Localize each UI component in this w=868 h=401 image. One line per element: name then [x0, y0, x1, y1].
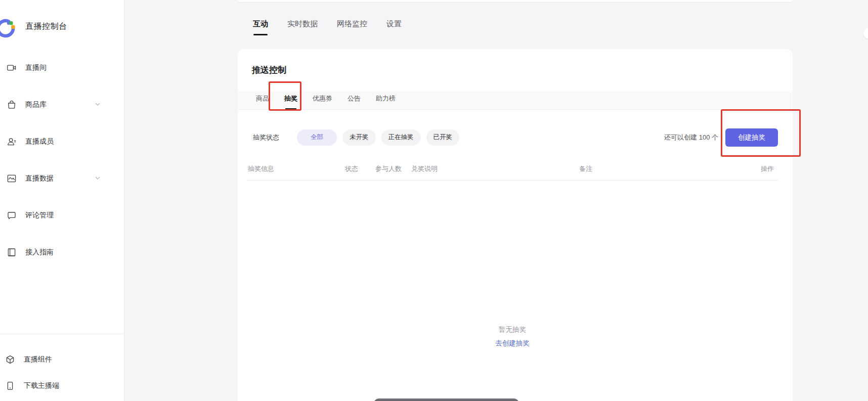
- sidebar-item-comment-management[interactable]: 评论管理: [0, 205, 124, 226]
- cube-icon: [5, 354, 15, 365]
- camera-icon: [7, 63, 17, 73]
- chevron-down-icon: [95, 175, 101, 181]
- status-filter-pills: 全部 未开奖 正在抽奖 已开奖: [297, 129, 459, 146]
- remaining-quota-text: 还可以创建 100 个: [664, 133, 718, 142]
- sidebar-item-label: 接入指南: [25, 248, 54, 257]
- lottery-filter-row: 抽奖状态 全部 未开奖 正在抽奖 已开奖 还可以创建 100 个 创建抽奖: [238, 128, 793, 147]
- subtab-announcement[interactable]: 公告: [344, 94, 364, 103]
- floating-helper-button[interactable]: [863, 28, 868, 39]
- sidebar-divider: [0, 334, 124, 334]
- sidebar-item-live-data[interactable]: 直播数据: [0, 168, 124, 189]
- pill-drawing[interactable]: 正在抽奖: [381, 129, 421, 146]
- sidebar-item-label: 下载主播端: [24, 381, 59, 390]
- logo-row: 直播控制台: [0, 15, 124, 37]
- sidebar-menu: 直播间 商品库 直播成员 直播数据: [0, 58, 124, 279]
- sidebar-item-label: 直播数据: [25, 174, 54, 183]
- sidebar-item-download-host-client[interactable]: 下载主播端: [0, 376, 124, 395]
- tab-realtime-data[interactable]: 实时数据: [287, 19, 318, 32]
- pill-drawn[interactable]: 已开奖: [426, 129, 460, 146]
- column-status: 状态: [345, 164, 358, 173]
- sidebar-item-label: 评论管理: [25, 211, 54, 220]
- subtab-products[interactable]: 商品: [252, 94, 273, 103]
- sidebar-item-live-members[interactable]: 直播成员: [0, 131, 124, 152]
- column-participants: 参与人数: [375, 164, 402, 173]
- filter-label: 抽奖状态: [253, 133, 279, 142]
- sidebar-item-label: 直播间: [25, 63, 47, 72]
- bottom-dock-bar[interactable]: [374, 398, 519, 401]
- bag-icon: [7, 100, 17, 110]
- column-lottery-info: 抽奖信息: [248, 164, 274, 173]
- column-actions: 操作: [761, 164, 774, 173]
- chevron-down-icon: [95, 101, 101, 107]
- tab-interaction[interactable]: 互动: [253, 19, 268, 32]
- sidebar-item-label: 商品库: [25, 100, 47, 109]
- go-create-lottery-link[interactable]: 去创建抽奖: [495, 339, 530, 348]
- empty-state: 暂无抽奖 去创建抽奖: [247, 325, 778, 348]
- panel-title: 推送控制: [252, 64, 286, 76]
- app-logo-icon: [0, 15, 18, 39]
- sidebar-item-product-library[interactable]: 商品库: [0, 95, 124, 115]
- subtab-boost-ranking[interactable]: 助力榜: [372, 94, 399, 103]
- create-lottery-button[interactable]: 创建抽奖: [725, 128, 778, 147]
- live-console-screen: 直播控制台 直播间 商品库: [0, 0, 868, 401]
- push-control-panel: 推送控制 商品 抽奖 优惠券 公告 助力榜 抽奖状态 全部 未开奖 正在抽奖 已…: [238, 49, 793, 401]
- sidebar-item-label: 直播组件: [24, 355, 52, 364]
- push-type-tabbar: 商品 抽奖 优惠券 公告 助力榜: [238, 91, 793, 110]
- sidebar-item-live-room[interactable]: 直播间: [0, 58, 124, 78]
- lottery-table-header: 抽奖信息 状态 参与人数 兑奖说明 备注 操作: [247, 161, 778, 181]
- comment-icon: [7, 210, 17, 220]
- empty-state-text: 暂无抽奖: [247, 325, 778, 334]
- previous-card-bottom-edge: [238, 0, 793, 2]
- sidebar: 直播控制台 直播间 商品库: [0, 0, 124, 401]
- column-redeem-instructions: 兑奖说明: [411, 164, 438, 173]
- subtab-lottery[interactable]: 抽奖: [281, 94, 301, 103]
- tab-settings[interactable]: 设置: [386, 19, 402, 32]
- pill-not-drawn[interactable]: 未开奖: [342, 129, 376, 146]
- member-icon: [7, 137, 17, 147]
- guide-book-icon: [7, 247, 17, 257]
- column-remarks: 备注: [579, 164, 592, 173]
- chart-icon: [7, 173, 17, 184]
- console-tabs: 互动 实时数据 网络监控 设置: [253, 19, 402, 32]
- sidebar-item-label: 直播成员: [25, 137, 54, 146]
- sidebar-item-access-guide[interactable]: 接入指南: [0, 242, 124, 262]
- phone-icon: [5, 381, 15, 391]
- tab-network-monitor[interactable]: 网络监控: [337, 19, 367, 32]
- app-title: 直播控制台: [25, 21, 67, 32]
- pill-all[interactable]: 全部: [297, 129, 337, 146]
- main-content: 互动 实时数据 网络监控 设置 推送控制 商品 抽奖 优惠券 公告 助力榜 抽奖…: [124, 0, 868, 401]
- subtab-coupons[interactable]: 优惠券: [309, 94, 336, 103]
- sidebar-item-live-components[interactable]: 直播组件: [0, 350, 124, 369]
